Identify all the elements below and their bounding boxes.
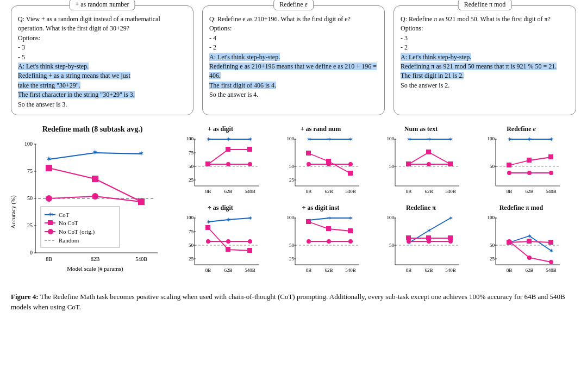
svg-text:100: 100 bbox=[186, 215, 194, 220]
small-chart-div-digit-svg: 100 50 75 25 8B 62B 540B ✶ ✶ ✶ bbox=[178, 213, 263, 278]
svg-point-61 bbox=[248, 162, 252, 166]
svg-rect-159 bbox=[306, 219, 311, 224]
svg-text:540B: 540B bbox=[135, 256, 147, 262]
svg-point-35 bbox=[48, 229, 53, 234]
svg-point-24 bbox=[46, 195, 52, 202]
card-plus-random-content: Q: View + as a random digit instead of a… bbox=[18, 15, 186, 109]
charts-area: Redefine math (8 subtask avg.) Accuracy … bbox=[11, 125, 576, 285]
svg-text:✶: ✶ bbox=[46, 155, 52, 163]
main-chart-wrap: Redefine math (8 subtask avg.) Accuracy … bbox=[11, 125, 174, 285]
small-chart-div-digit-inst-svg: 100 50 25 8B 62B 540B ✶ ✶ ✶ bbox=[279, 213, 363, 278]
svg-text:✶: ✶ bbox=[548, 247, 553, 254]
card-redefine-pi-mod-content: Q: Redefine π as 921 mod 50. What is the… bbox=[401, 15, 569, 90]
svg-text:0: 0 bbox=[30, 250, 33, 256]
svg-rect-77 bbox=[306, 151, 311, 155]
svg-text:✶: ✶ bbox=[507, 136, 511, 142]
small-chart-redefine-e-svg: 100 50 8B 62B 540B ✶ ✶ ✶ bbox=[479, 134, 564, 200]
svg-text:50: 50 bbox=[189, 164, 194, 169]
caption-text: The Redefine Math task becomes positive … bbox=[11, 293, 565, 312]
svg-point-143 bbox=[248, 239, 252, 244]
svg-point-141 bbox=[206, 239, 210, 244]
svg-text:50: 50 bbox=[490, 164, 495, 169]
svg-rect-160 bbox=[326, 226, 331, 231]
svg-text:8B: 8B bbox=[305, 189, 311, 194]
small-chart-num-text-svg: 100 50 8B 62B 540B ✶ ✶ ✶ bbox=[379, 134, 463, 200]
svg-rect-115 bbox=[507, 163, 511, 167]
svg-text:✶: ✶ bbox=[226, 216, 231, 223]
small-chart-redefine-pi-title: Redefine π bbox=[379, 204, 463, 212]
svg-text:✶: ✶ bbox=[527, 233, 532, 239]
small-chart-plus-rand-title: + as rand num bbox=[279, 125, 363, 133]
svg-text:✶: ✶ bbox=[448, 136, 453, 142]
svg-point-99 bbox=[407, 162, 411, 166]
svg-text:100: 100 bbox=[387, 136, 395, 141]
svg-text:25: 25 bbox=[189, 256, 194, 262]
small-chart-div-digit-title: ÷ as digit bbox=[178, 204, 263, 212]
svg-text:8B: 8B bbox=[205, 267, 211, 273]
caption-label: Figure 4: bbox=[11, 293, 39, 301]
svg-text:Accuracy (%): Accuracy (%) bbox=[11, 195, 17, 229]
svg-text:✶: ✶ bbox=[348, 136, 353, 142]
svg-point-101 bbox=[448, 162, 453, 166]
svg-text:540B: 540B bbox=[345, 267, 356, 273]
main-chart-title: Redefine math (8 subtask avg.) bbox=[11, 125, 174, 134]
svg-rect-32 bbox=[48, 220, 53, 225]
svg-point-164 bbox=[348, 239, 353, 244]
small-chart-plus-digit-title: + as digit bbox=[178, 125, 263, 133]
svg-text:540B: 540B bbox=[345, 189, 356, 194]
svg-text:540B: 540B bbox=[445, 189, 456, 194]
svg-text:540B: 540B bbox=[245, 267, 255, 273]
svg-text:62B: 62B bbox=[324, 267, 333, 273]
small-chart-plus-rand: + as rand num 100 50 25 8B 62B 540B ✶ ✶ … bbox=[279, 125, 363, 202]
svg-text:100: 100 bbox=[186, 136, 194, 141]
svg-text:8B: 8B bbox=[305, 267, 311, 273]
svg-point-119 bbox=[527, 171, 532, 175]
svg-text:62B: 62B bbox=[424, 189, 433, 194]
svg-text:50: 50 bbox=[27, 195, 33, 201]
svg-point-120 bbox=[549, 171, 553, 175]
svg-point-163 bbox=[327, 239, 331, 244]
svg-rect-116 bbox=[527, 158, 532, 163]
card-redefine-e-label: Redefine e bbox=[273, 0, 314, 10]
svg-text:50: 50 bbox=[389, 242, 395, 248]
svg-point-203 bbox=[527, 256, 532, 260]
svg-text:62B: 62B bbox=[525, 267, 533, 273]
svg-text:✶: ✶ bbox=[306, 136, 311, 142]
svg-rect-117 bbox=[548, 154, 553, 159]
svg-text:8B: 8B bbox=[506, 189, 512, 194]
svg-text:62B: 62B bbox=[324, 189, 333, 194]
svg-text:✶: ✶ bbox=[348, 215, 353, 221]
svg-text:50: 50 bbox=[289, 242, 295, 248]
card-plus-random-label: + as random number bbox=[69, 0, 135, 10]
svg-rect-97 bbox=[426, 150, 431, 154]
small-chart-redefine-e: Redefine e 100 50 8B 62B 540B ✶ ✶ ✶ bbox=[479, 125, 564, 202]
svg-text:8B: 8B bbox=[506, 267, 512, 273]
svg-text:62B: 62B bbox=[91, 256, 100, 262]
card-redefine-e: Redefine e Q: Redefine e as 210+196. Wha… bbox=[202, 5, 385, 115]
svg-text:8B: 8B bbox=[406, 189, 412, 194]
svg-text:62B: 62B bbox=[224, 189, 232, 194]
main-chart-svg: Accuracy (%) 0 25 50 75 100 8B 62B 540B bbox=[11, 136, 168, 283]
svg-point-80 bbox=[307, 162, 311, 166]
figure-caption: Figure 4: The Redefine Math task becomes… bbox=[11, 291, 576, 313]
small-chart-num-text: Num as text 100 50 8B 62B 540B ✶ ✶ ✶ bbox=[379, 125, 463, 202]
svg-text:✶: ✶ bbox=[48, 210, 54, 219]
svg-rect-21 bbox=[46, 165, 52, 171]
svg-text:100: 100 bbox=[286, 215, 294, 220]
small-chart-plus-rand-svg: 100 50 25 8B 62B 540B ✶ ✶ ✶ bbox=[279, 134, 363, 200]
svg-point-162 bbox=[307, 239, 311, 244]
svg-rect-57 bbox=[226, 147, 230, 152]
svg-text:✶: ✶ bbox=[226, 136, 231, 142]
svg-text:✶: ✶ bbox=[527, 136, 532, 142]
svg-point-81 bbox=[327, 162, 331, 166]
svg-text:✶: ✶ bbox=[448, 215, 453, 221]
svg-text:75: 75 bbox=[189, 150, 194, 155]
svg-text:100: 100 bbox=[387, 215, 395, 220]
svg-text:No CoT: No CoT bbox=[59, 220, 78, 226]
svg-point-202 bbox=[507, 239, 511, 244]
svg-text:62B: 62B bbox=[424, 267, 433, 273]
svg-rect-138 bbox=[205, 225, 210, 230]
svg-text:✶: ✶ bbox=[326, 136, 331, 142]
svg-text:25: 25 bbox=[289, 256, 295, 262]
svg-rect-58 bbox=[247, 147, 252, 152]
